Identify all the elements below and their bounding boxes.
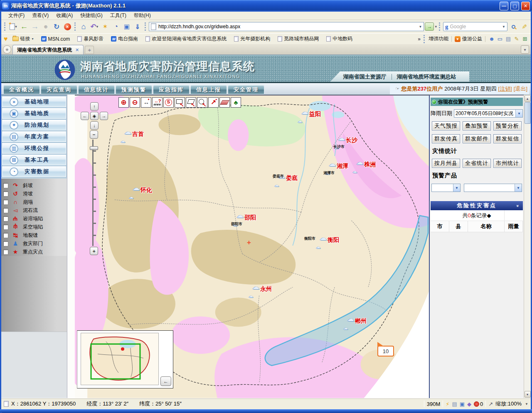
- scrollbar-thumb[interactable]: [525, 102, 531, 124]
- popup-blocker-icon[interactable]: ▣: [460, 401, 465, 407]
- layer-checkbox[interactable]: [3, 216, 8, 221]
- resize-icon[interactable]: ↗: [488, 401, 493, 407]
- sidebar-section-item[interactable]: ⊞ 基本工具: [2, 155, 66, 165]
- new-tab-button[interactable]: ＋: [85, 46, 94, 54]
- refresh-button[interactable]: ↻: [52, 22, 62, 32]
- vertical-scrollbar[interactable]: ▲ ▼: [524, 95, 531, 398]
- sidebar-section-item[interactable]: » 基础地理: [2, 96, 66, 107]
- land-resources-link[interactable]: 湖南省国土资源厅: [343, 73, 387, 81]
- user-icon[interactable]: ☻: [488, 36, 495, 42]
- zoom-out-icon[interactable]: [130, 97, 140, 108]
- links-overflow-chevron[interactable]: »: [418, 36, 421, 42]
- menu-item[interactable]: 快捷组(G): [76, 11, 106, 20]
- links-bar-item[interactable]: MSN.com: [38, 36, 73, 42]
- forecast-action-button[interactable]: 预警分析: [493, 121, 522, 130]
- blocked-counter[interactable]: −0: [474, 401, 483, 407]
- search-box[interactable]: g Google ▼: [443, 22, 507, 31]
- minimize-button[interactable]: —: [500, 2, 508, 10]
- close-button[interactable]: ✕: [521, 2, 530, 10]
- active-tab[interactable]: 湖南省地质灾害信息系统 ✕: [12, 45, 84, 54]
- layer-checkbox[interactable]: [3, 191, 8, 197]
- pan-down-button[interactable]: ↓: [90, 121, 99, 130]
- overview-collapse-button[interactable]: ←: [160, 376, 171, 386]
- rain-date-select[interactable]: 2007年05月05日08时实况 ▼: [454, 109, 523, 118]
- sidebar-section-item[interactable]: ✦ 防治规划: [2, 120, 66, 130]
- product-item-select[interactable]: ▼: [464, 184, 522, 192]
- links-bar-item[interactable]: 暴风影音: [74, 35, 106, 42]
- sidebar-section-item[interactable]: ◔ 灾害数据: [2, 166, 66, 177]
- plugin-icon[interactable]: ◆: [467, 401, 471, 407]
- menu-item[interactable]: 帮助(H): [130, 11, 155, 20]
- sidebar-section-item[interactable]: ▤ 年度方案: [2, 131, 66, 142]
- favorites-star-button[interactable]: ★: [3, 45, 11, 54]
- back-button[interactable]: ←: [19, 22, 29, 32]
- stats-action-button[interactable]: 按月州县: [432, 159, 460, 168]
- address-bar[interactable]: http://dzzh.hndh.gov.cn/gridweb.aspx ▼: [149, 22, 424, 31]
- go-dropdown[interactable]: ▾: [435, 25, 437, 29]
- forecast-action-button[interactable]: 天气预报: [432, 121, 460, 130]
- monitoring-station-link[interactable]: 湖南省地质环境监测总站: [397, 73, 456, 81]
- rainfall-flag-marker[interactable]: 10: [377, 346, 394, 356]
- layer-checkbox[interactable]: [3, 233, 8, 238]
- stop-button[interactable]: ×: [62, 22, 72, 32]
- splitter[interactable]: [67, 95, 75, 398]
- scroll-down-arrow[interactable]: ▼: [525, 391, 531, 398]
- layer-checkbox[interactable]: [3, 241, 8, 246]
- zoom-level[interactable]: 缩放:100%: [495, 400, 522, 408]
- collapse-chevron-icon[interactable]: »: [516, 204, 520, 207]
- pages-icon[interactable]: ▤: [505, 36, 512, 42]
- select-circle-icon[interactable]: [197, 97, 207, 108]
- search-engine-dropdown[interactable]: ▼: [502, 25, 505, 29]
- favorites-heart-icon[interactable]: ♥: [4, 35, 8, 43]
- nav-tab[interactable]: 应急指挥: [153, 85, 190, 94]
- layer-label[interactable]: 滑坡: [23, 190, 33, 197]
- zoom-slider-track[interactable]: [92, 140, 96, 246]
- zoom-slider-handle[interactable]: [90, 146, 98, 150]
- go-button[interactable]: →: [425, 22, 434, 31]
- undo-button[interactable]: ↶▾: [89, 22, 99, 32]
- search-input[interactable]: Google: [450, 24, 501, 30]
- download-button[interactable]: ⇓: [133, 22, 143, 32]
- point-query-icon[interactable]: [208, 97, 219, 108]
- highlight-button[interactable]: ✎: [519, 22, 529, 32]
- forecast-action-button[interactable]: 叠加预警: [463, 121, 491, 130]
- links-bar-item[interactable]: 觅路城市精品网: [275, 35, 322, 42]
- menu-item[interactable]: 收藏(A): [52, 11, 76, 20]
- eraser-icon[interactable]: [219, 97, 230, 108]
- scroll-up-arrow[interactable]: ▲: [525, 95, 531, 102]
- measure-distance-icon[interactable]: [152, 97, 163, 108]
- menu-item[interactable]: 查看(V): [28, 11, 52, 20]
- layer-label[interactable]: 采空塌陷: [23, 224, 43, 231]
- tab-list-button[interactable]: ▾: [521, 45, 529, 54]
- magic-fill-button[interactable]: ✶: [100, 22, 110, 32]
- window-icon[interactable]: ▭: [497, 36, 503, 42]
- select-rectangle-icon[interactable]: [175, 97, 185, 108]
- zoom-out-slider-button[interactable]: −: [90, 130, 98, 139]
- history-dropdown-button[interactable]: ◎: [41, 22, 51, 32]
- pen-icon[interactable]: ✎: [513, 36, 520, 42]
- home-button[interactable]: ⌂: [79, 22, 89, 32]
- maxthon-charity-link[interactable]: 傲游公益: [462, 35, 482, 42]
- scale-icon[interactable]: [163, 97, 174, 108]
- links-folder-button[interactable]: 链接 ▾: [10, 35, 37, 42]
- pan-center-button[interactable]: ◈: [90, 112, 99, 120]
- zoom-in-slider-button[interactable]: ＋: [90, 247, 98, 255]
- pan-left-button[interactable]: ←: [81, 112, 89, 120]
- broadcast-action-button[interactable]: 群发传真: [432, 134, 460, 143]
- links-bar-item[interactable]: 欢迎登陆湖南省地质灾害信息系统: [143, 35, 229, 42]
- layer-checkbox[interactable]: [3, 249, 8, 255]
- restore-button[interactable]: ▢: [510, 2, 519, 10]
- map-viewport[interactable]: ↑ ← ◈ → ↓ − ＋ 吉首: [75, 95, 430, 398]
- layer-label[interactable]: 斜坡: [23, 182, 33, 189]
- forward-button[interactable]: →: [30, 22, 40, 32]
- boost-icon[interactable]: ⚡: [446, 401, 449, 407]
- danger-points-header[interactable]: 危险性灾害点 »: [431, 201, 523, 210]
- stats-action-button[interactable]: 全省统计: [463, 159, 491, 168]
- layer-label[interactable]: 重点灾点: [23, 248, 43, 256]
- zoom-dropdown-icon[interactable]: ▼: [525, 402, 528, 406]
- full-extent-icon[interactable]: [231, 97, 241, 108]
- address-url[interactable]: http://dzzh.hndh.gov.cn/gridweb.aspx: [158, 24, 417, 30]
- layer-label[interactable]: 救灾部门: [23, 240, 43, 247]
- pan-icon[interactable]: [141, 97, 151, 108]
- new-page-button[interactable]: ▾: [8, 22, 18, 32]
